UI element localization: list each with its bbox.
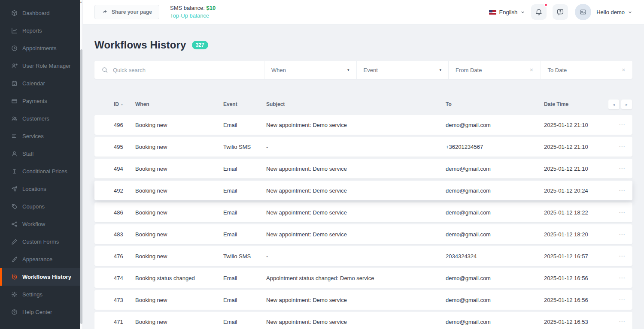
to-date-field[interactable]: To Date ✕ — [541, 61, 633, 79]
help-bubble-icon — [556, 8, 564, 16]
scrollbar-thumb[interactable] — [80, 49, 82, 324]
calendar-icon — [11, 80, 18, 87]
row-actions-button[interactable]: ⋯ — [619, 232, 626, 236]
row-actions-button[interactable]: ⋯ — [619, 166, 626, 171]
sidebar-item-dashboard[interactable]: Dashboard — [0, 4, 80, 22]
chevron-down-icon: ▾ — [439, 68, 441, 72]
row-actions-button[interactable]: ⋯ — [619, 276, 626, 280]
event-filter-select[interactable]: Event ▾ — [357, 61, 449, 79]
row-actions-button[interactable]: ⋯ — [619, 188, 626, 193]
sidebar-item-custom-forms[interactable]: Custom Forms — [0, 233, 80, 251]
sidebar-item-appointments[interactable]: Appointments — [0, 39, 80, 57]
cell-to: demo@gmail.com — [446, 166, 544, 172]
table-body: 496 Booking new Email New appointment: D… — [94, 115, 632, 329]
sidebar-item-label: Customers — [22, 115, 49, 122]
share-your-page-button[interactable]: Share your page — [94, 5, 159, 19]
reports-icon — [11, 27, 18, 34]
cell-to: demo@gmail.com — [446, 297, 544, 303]
sidebar: Dashboard Reports Appointments User Role… — [0, 0, 80, 329]
from-date-field[interactable]: From Date ✕ — [449, 61, 541, 79]
notifications-button[interactable] — [531, 4, 547, 20]
text-height-icon — [11, 168, 18, 175]
clear-icon[interactable]: ✕ — [529, 67, 533, 73]
cell-datetime: 2025-01-12 16:57 — [544, 253, 608, 260]
row-actions-button[interactable]: ⋯ — [619, 210, 626, 214]
clear-icon[interactable]: ✕ — [622, 67, 626, 73]
quick-search-field[interactable] — [94, 61, 264, 79]
share-network-icon — [11, 221, 18, 227]
user-greeting[interactable]: Hello demo — [596, 9, 625, 15]
sidebar-item-staff[interactable]: Staff — [0, 145, 80, 163]
sidebar-item-user-role-manager[interactable]: User Role Manager — [0, 57, 80, 75]
sidebar-item-label: Appearance — [22, 256, 52, 263]
table-row: 471 Booking new Email New appointment: D… — [94, 312, 632, 329]
when-filter-select[interactable]: When ▾ — [264, 61, 357, 79]
row-actions-button[interactable]: ⋯ — [619, 320, 626, 324]
filter-bar: When ▾ Event ▾ From Date ✕ To Date ✕ — [94, 61, 632, 79]
sort-desc-icon: ▾ — [121, 103, 123, 106]
cell-subject: New appointment: Demo service — [266, 122, 446, 128]
sidebar-item-reports[interactable]: Reports — [0, 22, 80, 39]
topup-balance-link[interactable]: Top-Up balance — [170, 12, 216, 20]
cell-id: 494 — [114, 166, 135, 172]
navigation-icon — [11, 186, 18, 192]
table-row: 492 Booking new Email New appointment: D… — [94, 181, 632, 200]
sidebar-item-label: Custom Forms — [22, 238, 59, 245]
cell-datetime: 2025-01-12 18:22 — [544, 209, 608, 216]
share-arrow-icon — [102, 9, 108, 15]
search-input[interactable] — [113, 67, 257, 73]
row-actions-button[interactable]: ⋯ — [619, 145, 626, 149]
sidebar-item-settings[interactable]: Settings — [0, 286, 80, 303]
sidebar-item-payments[interactable]: Payments — [0, 92, 80, 110]
user-plus-icon — [11, 63, 18, 69]
sms-balance-label: SMS balance: — [170, 5, 205, 11]
next-page-button[interactable]: ▸ — [621, 100, 632, 109]
brush-icon — [11, 256, 18, 263]
sidebar-item-services[interactable]: Services — [0, 127, 80, 145]
table-row: 486 Booking new Email New appointment: D… — [94, 202, 632, 222]
sidebar-item-label: Dashboard — [22, 10, 50, 16]
chevron-down-icon: ▾ — [347, 68, 349, 72]
avatar[interactable] — [575, 4, 591, 20]
to-date-label: To Date — [548, 67, 567, 73]
sidebar-item-label: Reports — [22, 27, 42, 34]
count-badge: 327 — [192, 41, 208, 49]
table-row: 483 Booking new Email New appointment: D… — [94, 224, 632, 244]
gear-icon — [11, 291, 18, 298]
sidebar-item-conditional-prices[interactable]: Conditional Prices — [0, 163, 80, 180]
row-actions-button[interactable]: ⋯ — [619, 123, 626, 127]
notification-dot — [544, 3, 548, 7]
sidebar-item-label: Help Center — [22, 309, 52, 315]
prev-page-button[interactable]: ◂ — [608, 100, 619, 109]
sidebar-item-label: User Role Manager — [22, 63, 71, 69]
sidebar-item-label: Services — [22, 133, 44, 139]
cell-subject: Appointment status changed: Demo service — [266, 275, 446, 281]
sidebar-item-workflow[interactable]: Workflow — [0, 215, 80, 233]
sidebar-item-coupons[interactable]: Coupons — [0, 198, 80, 215]
sidebar-item-label: Calendar — [22, 80, 45, 87]
column-header-id[interactable]: ID ▾ — [114, 101, 135, 107]
cell-datetime: 2025-01-12 21:10 — [544, 166, 608, 172]
sidebar-item-label: Conditional Prices — [22, 168, 67, 175]
cell-id: 476 — [114, 253, 135, 260]
sidebar-scrollbar[interactable]: ▴ — [80, 0, 83, 329]
cell-event: Email — [223, 297, 266, 303]
row-actions-button[interactable]: ⋯ — [619, 254, 626, 258]
cell-datetime: 2025-01-12 21:10 — [544, 144, 608, 150]
page-title: Workflows History — [94, 39, 186, 51]
sidebar-item-calendar[interactable]: Calendar — [0, 75, 80, 92]
help-button[interactable] — [553, 4, 568, 20]
column-header-when: When — [135, 101, 223, 107]
sms-balance: SMS balance: $10 — [170, 4, 216, 12]
user-menu-chevron-icon[interactable] — [628, 10, 632, 15]
sidebar-item-appearance[interactable]: Appearance — [0, 251, 80, 268]
scrollbar-up-arrow-icon[interactable]: ▴ — [80, 0, 82, 3]
topbar: Share your page SMS balance: $10 Top-Up … — [83, 0, 644, 24]
row-actions-button[interactable]: ⋯ — [619, 298, 626, 302]
sidebar-item-locations[interactable]: Locations — [0, 180, 80, 198]
language-selector[interactable]: English — [489, 9, 526, 15]
sidebar-item-help-center[interactable]: Help Center — [0, 303, 80, 321]
sidebar-item-workflows-history[interactable]: Workflows History — [0, 268, 80, 286]
cell-datetime: 2025-01-12 20:24 — [544, 187, 608, 194]
sidebar-item-customers[interactable]: Customers — [0, 110, 80, 127]
